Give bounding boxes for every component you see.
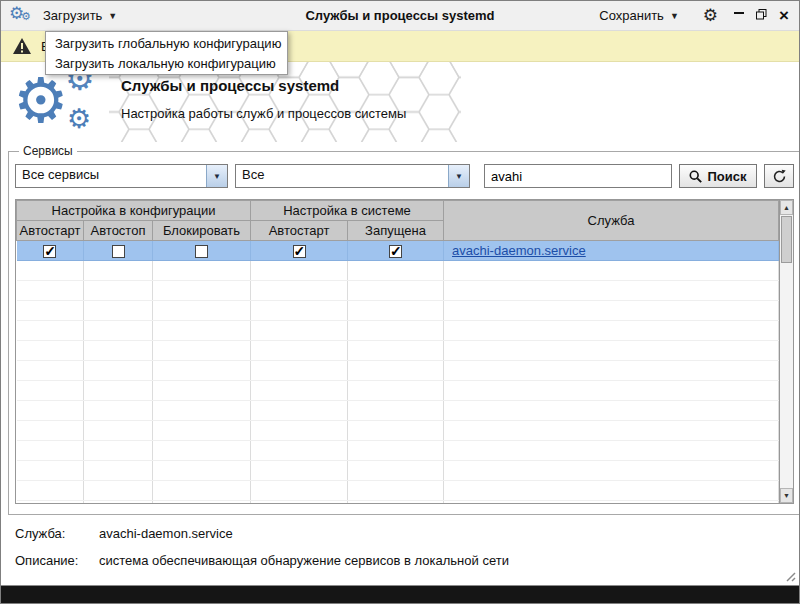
refresh-button[interactable]: [764, 164, 794, 188]
services-table-zone: Настройка в конфигурации Настройка в сис…: [15, 199, 794, 504]
scrollbar-thumb[interactable]: [781, 216, 792, 263]
config-autostop-checkbox[interactable]: [112, 245, 125, 258]
table-row-empty: [17, 341, 779, 361]
services-legend: Сервисы: [19, 144, 77, 158]
service-detail-label: Служба:: [15, 526, 99, 541]
table-row-empty: [17, 381, 779, 401]
search-button-label: Поиск: [707, 169, 746, 184]
service-filter-combobox[interactable]: Все сервисы ▼: [15, 164, 228, 188]
table-row-empty: [17, 421, 779, 441]
state-filter-value: Все: [236, 165, 448, 187]
column-header-config-block: Блокировать: [153, 221, 251, 241]
table-row-empty: [17, 481, 779, 501]
column-header-system-autostart: Автостарт: [251, 221, 348, 241]
description-detail-label: Описание:: [15, 553, 99, 568]
table-row-empty: [17, 461, 779, 481]
titlebar: ⚙⚙ Загрузить ▼ Службы и процессы systemd…: [1, 1, 799, 31]
chevron-down-icon: ▼: [670, 11, 679, 21]
save-menu-button[interactable]: Сохранить ▼: [591, 4, 687, 27]
column-header-system-running: Запущена: [348, 221, 444, 241]
group-header-system: Настройка в системе: [251, 201, 444, 221]
close-button[interactable]: ×: [779, 7, 789, 24]
app-window: ⚙⚙ Загрузить ▼ Службы и процессы systemd…: [0, 0, 800, 604]
restore-icon: [756, 9, 767, 20]
search-button[interactable]: Поиск: [679, 164, 757, 188]
save-menu-label: Сохранить: [599, 8, 664, 23]
service-filter-value: Все сервисы: [16, 165, 206, 187]
chevron-down-icon[interactable]: ▼: [206, 165, 227, 187]
table-row-empty: [17, 361, 779, 381]
column-header-service: Служба: [444, 201, 779, 241]
column-header-config-autostop: Автостоп: [84, 221, 153, 241]
search-input[interactable]: [484, 164, 672, 188]
system-autostart-checkbox[interactable]: [293, 245, 306, 258]
page-subtitle: Настройка работы служб и процессов систе…: [121, 106, 406, 121]
service-link[interactable]: avachi-daemon.service: [444, 243, 778, 258]
table-row-selected[interactable]: avachi-daemon.service: [17, 241, 779, 261]
load-menu-label: Загрузить: [43, 8, 102, 23]
chevron-down-icon: ▼: [108, 11, 117, 21]
table-row-empty: [17, 261, 779, 281]
column-header-config-autostart: Автостарт: [17, 221, 84, 241]
config-autostart-checkbox[interactable]: [43, 245, 56, 258]
resize-grip[interactable]: [783, 569, 796, 582]
bottom-strip: [1, 585, 799, 603]
services-table: Настройка в конфигурации Настройка в сис…: [15, 199, 779, 504]
refresh-icon: [772, 169, 787, 184]
menu-item-load-local[interactable]: Загрузить локальную конфигурацию: [46, 53, 287, 73]
app-gears-icon: ⚙⚙: [9, 4, 35, 28]
state-filter-combobox[interactable]: Все ▼: [235, 164, 470, 188]
service-details: Служба: avachi-daemon.service Описание: …: [1, 515, 799, 568]
table-row-empty: [17, 281, 779, 301]
minimize-button[interactable]: [734, 12, 744, 14]
description-detail-value: система обеспечивающая обнаружение серви…: [99, 553, 509, 568]
menu-item-load-global[interactable]: Загрузить глобальную конфигурацию: [46, 33, 287, 53]
config-block-checkbox[interactable]: [195, 245, 208, 258]
page-title: Службы и процессы systemd: [121, 77, 339, 94]
table-row-empty: [17, 301, 779, 321]
system-running-checkbox[interactable]: [389, 245, 402, 258]
maximize-button[interactable]: [756, 8, 767, 23]
filter-toolbar: Все сервисы ▼ Все ▼ Поиск: [15, 164, 794, 188]
load-dropdown-menu: Загрузить глобальную конфигурацию Загруз…: [45, 31, 288, 75]
table-row-empty: [17, 401, 779, 421]
table-row-empty: [17, 501, 779, 505]
search-icon: [689, 170, 702, 183]
service-detail-value: avachi-daemon.service: [99, 526, 233, 541]
settings-gear-icon[interactable]: ⚙: [703, 7, 718, 24]
table-row-empty: [17, 441, 779, 461]
services-groupbox: Сервисы Все сервисы ▼ Все ▼ Поиск: [8, 144, 800, 515]
warning-icon: [12, 37, 32, 55]
table-row-empty: [17, 321, 779, 341]
vertical-scrollbar[interactable]: ▲ ▼: [779, 199, 794, 504]
group-header-config: Настройка в конфигурации: [17, 201, 251, 221]
load-menu-button[interactable]: Загрузить ▼: [35, 4, 125, 27]
scroll-up-icon[interactable]: ▲: [780, 200, 793, 215]
chevron-down-icon[interactable]: ▼: [448, 165, 469, 187]
scroll-down-icon[interactable]: ▼: [780, 488, 793, 503]
